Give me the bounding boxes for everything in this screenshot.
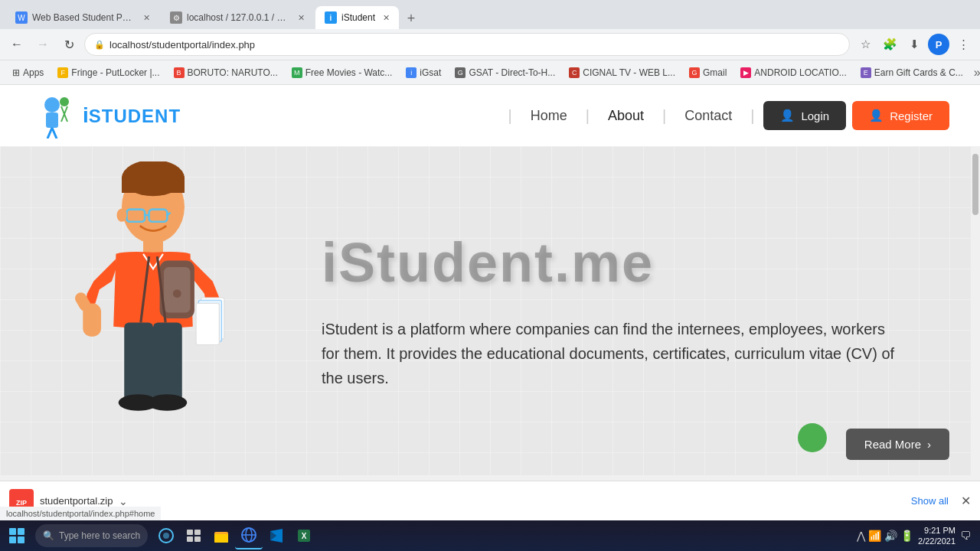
sync-button[interactable]: ⬇ bbox=[903, 34, 925, 55]
show-all-button[interactable]: Show all bbox=[911, 495, 949, 507]
fringe-favicon: F bbox=[57, 67, 68, 78]
taskbar-clock[interactable]: 9:21 PM 2/22/2021 bbox=[918, 525, 956, 547]
tray-volume-icon[interactable]: 🔊 bbox=[884, 530, 897, 542]
taskbar-app-vscode[interactable] bbox=[263, 522, 290, 549]
status-bar: localhost/studentportal/index.php#home bbox=[0, 507, 161, 520]
gmail-favicon: G bbox=[689, 67, 700, 78]
taskbar-app-browser[interactable] bbox=[235, 522, 263, 549]
site-nav-links: | Home | About | Contact | 👤 Login 👤 Reg… bbox=[508, 101, 949, 130]
clock-date: 2/22/2021 bbox=[918, 536, 956, 546]
bookmarks-more-button[interactable]: » bbox=[971, 63, 980, 83]
tray-up-arrow[interactable]: ⋀ bbox=[857, 530, 865, 542]
system-tray: ⋀ 📶 🔊 🔋 bbox=[857, 530, 913, 542]
taskbar-app-cortana[interactable] bbox=[152, 522, 180, 549]
back-button[interactable]: ← bbox=[6, 34, 28, 55]
tab2-close[interactable]: ✕ bbox=[298, 13, 305, 23]
bookmark-giftcards-label: Earn Gift Cards & C... bbox=[874, 67, 963, 78]
login-button[interactable]: 👤 Login bbox=[763, 101, 846, 130]
start-button[interactable] bbox=[3, 522, 31, 549]
tab1-close[interactable]: ✕ bbox=[143, 13, 150, 23]
bookmark-gmail-label: Gmail bbox=[703, 67, 727, 78]
taskbar-app-taskview[interactable] bbox=[180, 522, 207, 549]
register-label: Register bbox=[890, 109, 933, 122]
svg-rect-19 bbox=[196, 304, 219, 345]
taskbar-search-icon: 🔍 bbox=[43, 530, 54, 541]
bookmark-apps[interactable]: ⊞ Apps bbox=[6, 64, 50, 81]
lock-icon: 🔒 bbox=[94, 40, 105, 50]
tab1-title: Web Based Student Portal in PH... bbox=[32, 12, 136, 23]
address-bar: ← → ↻ 🔒 localhost/studentportal/index.ph… bbox=[0, 29, 980, 60]
svg-text:X: X bbox=[302, 532, 307, 540]
bookmark-gsat[interactable]: G GSAT - Direct-To-H... bbox=[449, 64, 561, 81]
tab-bar: W Web Based Student Portal in PH... ✕ ⚙ … bbox=[0, 0, 980, 29]
tab-3[interactable]: i iStudent ✕ bbox=[315, 6, 399, 29]
browser-chrome: W Web Based Student Portal in PH... ✕ ⚙ … bbox=[0, 0, 980, 85]
hero-description: iStudent is a platform where companies c… bbox=[322, 317, 903, 390]
svg-point-4 bbox=[60, 97, 69, 106]
bookmark-boruto[interactable]: B BORUTO: NARUTO... bbox=[168, 64, 284, 81]
login-icon: 👤 bbox=[780, 109, 795, 122]
svg-rect-34 bbox=[194, 530, 201, 535]
register-button[interactable]: 👤 Register bbox=[852, 101, 949, 130]
bookmark-fringe-label: Fringe - PutLocker |... bbox=[71, 67, 159, 78]
refresh-button[interactable]: ↻ bbox=[58, 34, 80, 55]
tray-battery-icon[interactable]: 🔋 bbox=[900, 530, 913, 542]
nav-about[interactable]: About bbox=[590, 108, 662, 124]
tab3-close[interactable]: ✕ bbox=[383, 13, 390, 23]
status-url: localhost/studentportal/index.php#home bbox=[6, 509, 155, 518]
logo-text: iSTUDENT bbox=[83, 103, 181, 128]
bookmark-android[interactable]: ▶ ANDROID LOCATIO... bbox=[734, 64, 852, 81]
site-logo: iSTUDENT bbox=[31, 93, 181, 139]
bookmark-igsat[interactable]: i iGsat bbox=[400, 64, 447, 81]
green-dot-decoration bbox=[798, 423, 827, 452]
bookmark-gmail[interactable]: G Gmail bbox=[683, 64, 733, 81]
download-close-button[interactable]: ✕ bbox=[961, 494, 971, 508]
tray-network-icon[interactable]: 📶 bbox=[868, 530, 881, 542]
download-chevron-icon[interactable]: ⌄ bbox=[119, 495, 128, 507]
bookmark-star-button[interactable]: ☆ bbox=[854, 34, 876, 55]
tab-1[interactable]: W Web Based Student Portal in PH... ✕ bbox=[6, 6, 159, 29]
taskbar-app-explorer[interactable] bbox=[207, 522, 235, 549]
taskbar-right: ⋀ 📶 🔊 🔋 9:21 PM 2/22/2021 🗨 bbox=[857, 525, 977, 547]
hero-title: iStudent.me bbox=[322, 231, 903, 294]
more-menu-button[interactable]: ⋮ bbox=[952, 34, 974, 55]
taskbar-search[interactable]: 🔍 Type here to search bbox=[35, 524, 148, 547]
read-more-button[interactable]: Read More › bbox=[846, 429, 949, 460]
boruto-favicon: B bbox=[174, 67, 185, 78]
url-text: localhost/studentportal/index.php bbox=[109, 39, 255, 51]
bookmark-cignal-label: CIGNAL TV - WEB L... bbox=[583, 67, 675, 78]
forward-button[interactable]: → bbox=[32, 34, 54, 55]
download-filename: studentportal.zip bbox=[40, 495, 113, 507]
taskbar-search-placeholder: Type here to search bbox=[59, 530, 140, 541]
notification-icon[interactable]: 🗨 bbox=[960, 530, 971, 542]
svg-point-32 bbox=[163, 533, 169, 539]
bookmark-fringe[interactable]: F Fringe - PutLocker |... bbox=[51, 64, 165, 81]
read-more-arrow-icon: › bbox=[927, 438, 931, 451]
new-tab-button[interactable]: + bbox=[400, 8, 422, 29]
profile-button[interactable]: P bbox=[928, 34, 949, 55]
cignal-favicon: C bbox=[569, 67, 580, 78]
svg-rect-7 bbox=[122, 176, 185, 193]
nav-home[interactable]: Home bbox=[512, 108, 586, 124]
bookmarks-bar: ⊞ Apps F Fringe - PutLocker |... B BORUT… bbox=[0, 60, 980, 84]
website-content: iSTUDENT | Home | About | Contact | 👤 Lo… bbox=[0, 85, 980, 491]
tab1-favicon: W bbox=[15, 11, 28, 24]
tab3-title: iStudent bbox=[341, 12, 375, 23]
profile-avatar: P bbox=[928, 34, 949, 55]
url-bar[interactable]: 🔒 localhost/studentportal/index.php bbox=[84, 33, 850, 56]
windows-logo-icon bbox=[9, 528, 24, 543]
scroll-indicator[interactable] bbox=[971, 146, 980, 475]
bookmark-android-label: ANDROID LOCATIO... bbox=[754, 67, 846, 78]
nav-contact[interactable]: Contact bbox=[666, 108, 750, 124]
bookmark-giftcards[interactable]: E Earn Gift Cards & C... bbox=[854, 64, 969, 81]
android-favicon: ▶ bbox=[740, 67, 751, 78]
tab-2[interactable]: ⚙ localhost / 127.0.0.1 / sourcecod... ✕ bbox=[161, 6, 314, 29]
gsat-favicon: G bbox=[455, 67, 466, 78]
scroll-thumb bbox=[972, 154, 978, 215]
extensions-button[interactable]: 🧩 bbox=[879, 34, 900, 55]
bookmark-movies[interactable]: M Free Movies - Watc... bbox=[286, 64, 399, 81]
svg-point-13 bbox=[117, 209, 127, 222]
taskbar-app-excel[interactable]: X bbox=[290, 522, 318, 549]
giftcards-favicon: E bbox=[861, 67, 871, 78]
bookmark-cignal[interactable]: C CIGNAL TV - WEB L... bbox=[563, 64, 681, 81]
